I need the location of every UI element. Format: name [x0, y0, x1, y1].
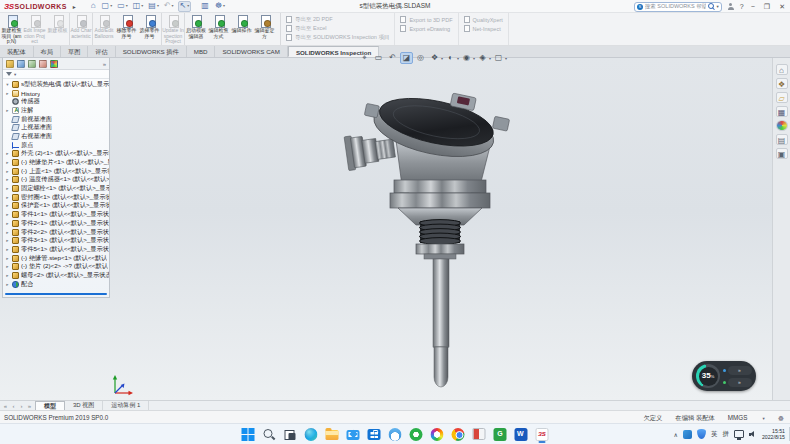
tree-filter-row[interactable]: ▾ [3, 70, 109, 79]
panel-tab-icon[interactable] [17, 60, 25, 68]
tree-expand-arrow[interactable]: ▸ [5, 203, 10, 208]
tree-expand-arrow[interactable]: ▸ [5, 108, 10, 113]
ribbon-button[interactable]: Update Inspection Project [161, 13, 184, 45]
tree-item[interactable]: 前视基准面 [3, 115, 109, 124]
tree-item[interactable]: ▸ (-) 垫片 (2)<2> ->? (默认<<默认 [3, 262, 109, 271]
export-item[interactable]: 导出至 Excel [286, 24, 389, 33]
ribbon-button[interactable]: Edit Inspection Project [23, 13, 46, 45]
taskbar-app-icon[interactable] [283, 426, 298, 442]
quick-access-button[interactable]: ▾ [116, 1, 129, 12]
status-customize-gear-icon[interactable] [778, 415, 784, 423]
tree-expand-arrow[interactable]: ▸ [5, 230, 10, 235]
quick-access-button[interactable] [90, 1, 98, 12]
tree-item[interactable]: ▸ 固定螺栓<1> (默认<<默认>_显示 [3, 184, 109, 193]
hud-dropdown-caret[interactable]: ▾ [473, 56, 475, 61]
command-tab[interactable]: 装配体 [0, 46, 34, 57]
hud-tool[interactable] [414, 52, 427, 64]
tree-item[interactable]: ▾ s型铠装热电偶 (默认<默认_显示状态-1 [3, 80, 109, 89]
hud-tool-icon[interactable] [372, 52, 385, 64]
tree-item[interactable]: ▸ 零件5<1> (默认<<默认>_显示状 [3, 245, 109, 254]
taskbar-app-icon[interactable] [367, 426, 382, 442]
restore-button[interactable]: ❐ [762, 0, 772, 13]
hud-tool-icon[interactable] [476, 52, 489, 64]
ime-language-indicator[interactable]: 英 [711, 430, 718, 439]
panel-tab-icon[interactable] [6, 60, 14, 68]
tree-item[interactable]: ▸ 注解 [3, 106, 109, 115]
export-item[interactable]: 导出至 2D PDF [286, 15, 389, 24]
quick-access-button[interactable]: ▾ [147, 1, 160, 12]
tree-expand-arrow[interactable]: ▸ [5, 91, 10, 96]
hud-tool[interactable]: ▾ [460, 52, 475, 64]
tree-expand-arrow[interactable]: ▸ [5, 186, 10, 191]
unit-system-caret[interactable]: ▾ [762, 416, 764, 421]
tree-item[interactable]: ▸ 螺母<2> (默认<<默认>_显示状态 [3, 271, 109, 280]
hud-tool[interactable] [358, 52, 371, 64]
widget-button-top[interactable]: » [728, 366, 752, 375]
quick-access-button[interactable] [194, 1, 197, 12]
quick-access-button[interactable] [200, 1, 211, 12]
tree-expand-arrow[interactable]: ▸ [5, 238, 10, 243]
taskbar-app-icon[interactable] [472, 426, 487, 442]
tree-expand-arrow[interactable]: ▸ [5, 282, 10, 287]
ribbon-button[interactable]: 选择零件序号 [138, 13, 161, 45]
export-item[interactable]: QualityXpert [464, 15, 503, 24]
hud-tool[interactable]: ▾ [428, 52, 443, 64]
tray-display-icon[interactable] [734, 430, 744, 438]
tree-expand-arrow[interactable]: ▸ [5, 177, 10, 182]
hud-tool-icon[interactable] [400, 52, 413, 64]
taskbar-app-icon[interactable] [451, 426, 466, 442]
quick-access-button[interactable]: ▾ [178, 1, 192, 12]
ribbon-button[interactable]: 移除零件序号 [115, 13, 138, 45]
tree-item[interactable]: 传感器 [3, 97, 109, 106]
tray-volume-icon[interactable] [749, 430, 757, 438]
tree-expand-arrow[interactable]: ▸ [5, 169, 10, 174]
hud-tool[interactable] [400, 52, 413, 64]
task-pane-icon[interactable] [776, 78, 788, 89]
tree-item[interactable]: ▸ 零件2<1> (默认<<默认>_显示状 [3, 219, 109, 228]
search-caret-icon[interactable]: ▾ [717, 4, 719, 9]
search-icon[interactable] [708, 3, 715, 10]
recording-widget[interactable]: 35% » » [692, 361, 756, 391]
quick-access-button[interactable]: ▾ [101, 1, 114, 12]
taskbar-clock[interactable]: 15:51 2022/8/15 [762, 428, 785, 441]
command-tab[interactable]: SOLIDWORKS CAM [215, 46, 287, 57]
ribbon-button[interactable]: 编辑检查方式 [207, 13, 230, 45]
tree-expand-arrow[interactable]: ▸ [5, 256, 10, 261]
tree-item[interactable]: ▸ (-) 温度传感器<1> (默认<<默认>_ [3, 176, 109, 185]
tree-item[interactable]: ▸ 零件2<2> (默认<<默认>_显示状 [3, 228, 109, 237]
tree-item[interactable]: 上视基准面 [3, 123, 109, 132]
tree-expand-arrow[interactable]: ▸ [5, 195, 10, 200]
tray-overflow-caret[interactable]: ∧ [674, 431, 678, 438]
hud-tool-icon[interactable] [428, 52, 441, 64]
command-tab[interactable]: 布局 [34, 46, 61, 57]
model-tabs-nav-arrow[interactable]: « [2, 403, 9, 409]
model-tabs-nav-arrow[interactable]: › [18, 403, 25, 409]
ime-pinyin-indicator[interactable]: 拼 [722, 430, 729, 439]
hud-dropdown-caret[interactable]: ▾ [505, 56, 507, 61]
taskbar-app-icon[interactable] [325, 426, 340, 442]
tree-expand-arrow[interactable]: ▸ [5, 151, 10, 156]
hud-tool[interactable]: ▾ [492, 52, 507, 64]
rollback-bar[interactable] [5, 293, 107, 295]
tree-item[interactable]: ▸ (-) 绝缘管.step<1> (默认<<默认 [3, 254, 109, 263]
ribbon-button[interactable]: 编辑鉴定方 [253, 13, 276, 45]
tree-expand-arrow[interactable]: ▾ [5, 82, 10, 87]
tree-item[interactable]: ▸ History [3, 89, 109, 98]
menu-expand-arrow[interactable]: ▸ [73, 3, 76, 10]
taskbar-app-icon[interactable] [493, 426, 508, 442]
tree-item[interactable]: ▸ (-) 绝缘垫片<1> (默认<<默认>_显 [3, 158, 109, 167]
taskbar-app-icon[interactable] [514, 426, 529, 442]
tray-shield-icon[interactable] [697, 429, 706, 439]
filter-caret-icon[interactable]: ▾ [14, 72, 16, 77]
taskbar-app-icon[interactable] [535, 426, 550, 442]
panel-tab-icon[interactable] [50, 60, 58, 68]
hud-dropdown-caret[interactable]: ▾ [489, 56, 491, 61]
tree-expand-arrow[interactable]: ▸ [5, 212, 10, 217]
task-pane-icon[interactable] [776, 92, 788, 103]
hud-tool-icon[interactable] [460, 52, 473, 64]
export-item[interactable]: Net-Inspect [464, 24, 503, 33]
tray-app-icon[interactable] [683, 430, 692, 439]
task-pane-icon[interactable] [776, 120, 788, 131]
tree-expand-arrow[interactable]: ▸ [5, 247, 10, 252]
task-pane-icon[interactable] [776, 148, 788, 159]
